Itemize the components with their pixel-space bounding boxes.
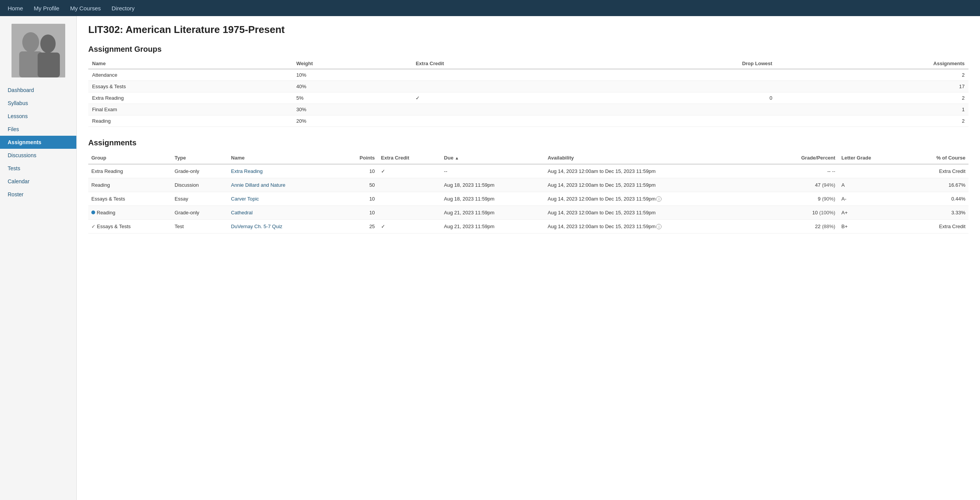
sidebar-item-calendar[interactable]: Calendar <box>0 175 76 188</box>
sidebar-item-roster[interactable]: Roster <box>0 188 76 201</box>
sidebar-item-discussions[interactable]: Discussions <box>0 149 76 162</box>
assignment-link[interactable]: Annie Dillard and Nature <box>231 182 285 188</box>
assignment-link[interactable]: Cathedral <box>231 210 252 215</box>
asgn-cell-due: -- <box>441 164 544 178</box>
info-icon[interactable]: i <box>656 196 662 202</box>
ag-cell-weight: 10% <box>292 69 412 81</box>
asgn-cell-type: Test <box>172 220 228 234</box>
asgn-cell-extra-credit <box>378 192 441 206</box>
ag-col-extra-credit: Extra Credit <box>412 58 589 69</box>
asgn-cell-grade: 47 (94%) <box>765 178 838 192</box>
ag-cell-drop-lowest <box>589 81 776 92</box>
ag-row: Attendance 10% 2 <box>88 69 968 81</box>
table-row: ✓ Essays & Tests Test DuVernay Ch. 5-7 Q… <box>88 220 968 234</box>
assignment-link[interactable]: Extra Reading <box>231 168 262 174</box>
sidebar-item-assignments[interactable]: Assignments <box>0 136 76 149</box>
check-icon: ✓ <box>91 224 96 229</box>
nav-my-profile[interactable]: My Profile <box>34 5 59 12</box>
asgn-cell-letter-grade <box>838 164 904 178</box>
nav-my-courses[interactable]: My Courses <box>70 5 101 12</box>
course-title: LIT302: American Literature 1975-Present <box>88 24 968 36</box>
ag-row: Essays & Tests 40% 17 <box>88 81 968 92</box>
svg-rect-4 <box>38 53 60 77</box>
asgn-cell-extra-credit: ✓ <box>378 220 441 234</box>
asgn-cell-type: Essay <box>172 192 228 206</box>
info-icon[interactable]: i <box>656 224 662 229</box>
table-row: Extra Reading Grade-only Extra Reading 1… <box>88 164 968 178</box>
asgn-cell-due: Aug 21, 2023 11:59pm <box>441 206 544 220</box>
assignment-link[interactable]: DuVernay Ch. 5-7 Quiz <box>231 224 282 229</box>
asgn-cell-grade: 22 (88%) <box>765 220 838 234</box>
asgn-cell-letter-grade: A <box>838 178 904 192</box>
ag-cell-name: Attendance <box>88 69 292 81</box>
asgn-cell-points: 10 <box>339 192 378 206</box>
asgn-col-percent-course: % of Course <box>904 152 968 164</box>
sidebar-item-syllabus[interactable]: Syllabus <box>0 97 76 110</box>
ag-cell-assignments: 1 <box>776 104 968 115</box>
assignments-section-title: Assignments <box>88 138 968 147</box>
asgn-cell-letter-grade: A+ <box>838 206 904 220</box>
asgn-cell-due: Aug 18, 2023 11:59pm <box>441 192 544 206</box>
ag-row: Reading 20% 2 <box>88 115 968 127</box>
asgn-cell-letter-grade: A- <box>838 192 904 206</box>
svg-point-1 <box>22 32 39 52</box>
asgn-cell-availability: Aug 14, 2023 12:00am to Dec 15, 2023 11:… <box>544 164 764 178</box>
sidebar: Dashboard Syllabus Lessons Files Assignm… <box>0 16 77 500</box>
ag-row: Extra Reading 5% ✓ 0 2 <box>88 92 968 104</box>
asgn-col-availability: Availability <box>544 152 764 164</box>
assignment-groups-table: Name Weight Extra Credit Drop Lowest Ass… <box>88 58 968 127</box>
sidebar-item-dashboard[interactable]: Dashboard <box>0 84 76 97</box>
ag-cell-name: Extra Reading <box>88 92 292 104</box>
asgn-cell-grade: 9 (90%) <box>765 192 838 206</box>
asgn-cell-percent-course: 3.33% <box>904 206 968 220</box>
ag-cell-weight: 5% <box>292 92 412 104</box>
asgn-cell-extra-credit <box>378 206 441 220</box>
asgn-cell-points: 50 <box>339 178 378 192</box>
nav-directory[interactable]: Directory <box>112 5 135 12</box>
asgn-cell-availability: Aug 14, 2023 12:00am to Dec 15, 2023 11:… <box>544 206 764 220</box>
asgn-cell-points: 10 <box>339 206 378 220</box>
asgn-cell-percent-course: 0.44% <box>904 192 968 206</box>
asgn-cell-letter-grade: B+ <box>838 220 904 234</box>
asgn-cell-percent-course: Extra Credit <box>904 164 968 178</box>
ag-cell-name: Reading <box>88 115 292 127</box>
sidebar-item-tests[interactable]: Tests <box>0 162 76 175</box>
asgn-cell-percent-course: Extra Credit <box>904 220 968 234</box>
assignment-link[interactable]: Carver Topic <box>231 196 259 202</box>
asgn-cell-availability: Aug 14, 2023 12:00am to Dec 15, 2023 11:… <box>544 220 764 234</box>
asgn-cell-group: ✓ Essays & Tests <box>88 220 172 234</box>
asgn-col-due: Due ▲ <box>441 152 544 164</box>
asgn-cell-due: Aug 21, 2023 11:59pm <box>441 220 544 234</box>
due-sort-icon: ▲ <box>455 156 459 160</box>
asgn-cell-name: Cathedral <box>228 206 339 220</box>
asgn-cell-availability: Aug 14, 2023 12:00am to Dec 15, 2023 11:… <box>544 192 764 206</box>
asgn-cell-group: Reading <box>88 206 172 220</box>
ag-cell-extra-credit <box>412 81 589 92</box>
asgn-cell-name: Annie Dillard and Nature <box>228 178 339 192</box>
ag-cell-weight: 20% <box>292 115 412 127</box>
table-row: Reading Grade-only Cathedral 10 Aug 21, … <box>88 206 968 220</box>
asgn-cell-points: 10 <box>339 164 378 178</box>
asgn-cell-percent-course: 16.67% <box>904 178 968 192</box>
asgn-col-grade: Grade/Percent <box>765 152 838 164</box>
assignments-table: Group Type Name Points Extra Credit Due … <box>88 152 968 234</box>
ag-cell-assignments: 17 <box>776 81 968 92</box>
asgn-cell-points: 25 <box>339 220 378 234</box>
asgn-cell-type: Discussion <box>172 178 228 192</box>
sidebar-item-files[interactable]: Files <box>0 123 76 136</box>
sidebar-item-lessons[interactable]: Lessons <box>0 110 76 123</box>
ag-cell-name: Essays & Tests <box>88 81 292 92</box>
avatar <box>12 24 65 77</box>
asgn-cell-availability: Aug 14, 2023 12:00am to Dec 15, 2023 11:… <box>544 178 764 192</box>
asgn-cell-name: DuVernay Ch. 5-7 Quiz <box>228 220 339 234</box>
ag-cell-extra-credit <box>412 104 589 115</box>
asgn-cell-type: Grade-only <box>172 164 228 178</box>
asgn-cell-extra-credit <box>378 178 441 192</box>
ag-cell-assignments: 2 <box>776 92 968 104</box>
asgn-col-type: Type <box>172 152 228 164</box>
asgn-cell-name: Extra Reading <box>228 164 339 178</box>
ag-cell-drop-lowest <box>589 69 776 81</box>
blue-dot-icon <box>91 211 95 214</box>
svg-point-2 <box>40 35 56 53</box>
nav-home[interactable]: Home <box>8 5 23 12</box>
